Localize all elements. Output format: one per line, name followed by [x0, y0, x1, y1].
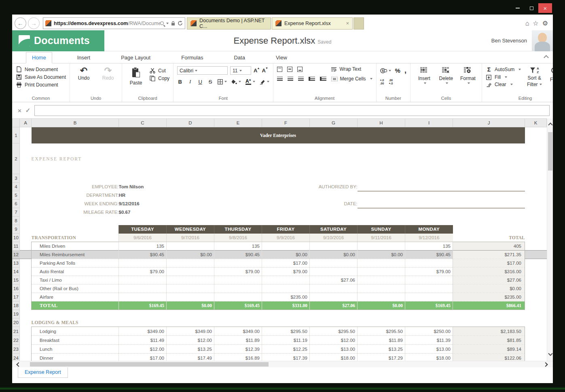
cell[interactable] — [167, 285, 214, 293]
cell[interactable]: MILEAGE RATE: — [32, 208, 119, 217]
cell[interactable]: 135 — [214, 242, 262, 251]
cell[interactable]: $295.50 — [262, 327, 310, 336]
cell[interactable]: $169.45 — [405, 301, 453, 310]
cell[interactable] — [262, 217, 310, 225]
cell[interactable] — [119, 174, 167, 183]
bold-button[interactable]: B — [177, 79, 183, 85]
cell[interactable] — [358, 191, 405, 200]
cell[interactable] — [167, 268, 214, 276]
cell[interactable] — [214, 208, 262, 217]
row-header-10[interactable]: 10 — [13, 234, 20, 242]
cell[interactable] — [310, 242, 358, 251]
confirm-entry-icon[interactable]: ✓ — [25, 107, 31, 114]
cell[interactable]: AUTHORIZED BY: — [214, 183, 358, 191]
cell[interactable] — [214, 259, 262, 268]
cell[interactable] — [20, 127, 32, 143]
align-bottom-icon[interactable] — [297, 67, 303, 72]
cell[interactable] — [525, 276, 547, 285]
cell[interactable]: 9/12/2016 — [119, 200, 214, 208]
align-right-icon[interactable] — [298, 77, 304, 81]
cell[interactable]: $11.19 — [262, 336, 310, 345]
decrease-indent-icon[interactable] — [309, 77, 315, 81]
cell[interactable]: Dinner — [32, 354, 119, 361]
cell[interactable]: $17.00 — [262, 259, 310, 268]
row-header-2[interactable]: 2 — [13, 143, 20, 174]
sheet-tab-expense-report[interactable]: Expense Report — [18, 367, 68, 378]
cell[interactable] — [214, 276, 262, 285]
cell[interactable]: $11.89 — [358, 336, 405, 345]
cell[interactable] — [262, 285, 310, 293]
print-document-button[interactable]: Print Document — [16, 82, 66, 88]
cell[interactable]: Parking And Tolls — [32, 259, 119, 268]
new-document-button[interactable]: New Document — [16, 66, 66, 72]
cell[interactable]: Airfare — [32, 293, 119, 301]
column-header-H[interactable]: H — [358, 119, 405, 127]
cell[interactable]: $12.00 — [119, 345, 167, 354]
cell[interactable]: 9/6/2016 — [119, 234, 167, 242]
cell[interactable] — [20, 143, 32, 174]
vertical-scroll-thumb[interactable] — [548, 132, 552, 171]
cell[interactable]: SUNDAY — [358, 225, 405, 234]
cell[interactable] — [119, 318, 167, 327]
cell[interactable]: $295.50 — [358, 327, 405, 336]
tab-insert[interactable]: Insert — [72, 53, 96, 63]
accounting-format-button[interactable]: $ — [380, 68, 391, 74]
cell[interactable]: $12.00 — [310, 336, 358, 345]
cell[interactable] — [525, 208, 547, 217]
cell[interactable] — [20, 217, 32, 225]
merge-cells-button[interactable]: Merge Cells — [331, 76, 372, 82]
cell[interactable] — [453, 208, 525, 217]
tab-view[interactable]: View — [270, 53, 293, 63]
cell[interactable] — [214, 217, 262, 225]
cell[interactable]: HR — [119, 191, 214, 200]
cell[interactable] — [525, 183, 547, 191]
row-header-7[interactable]: 7 — [13, 208, 20, 217]
cell[interactable]: TOTAL — [453, 234, 525, 242]
cell[interactable] — [453, 318, 525, 327]
cell[interactable]: FRIDAY — [262, 225, 310, 234]
cell[interactable]: 135 — [405, 242, 453, 251]
cell[interactable] — [453, 225, 525, 234]
row-header-6[interactable]: 6 — [13, 200, 20, 208]
cell[interactable] — [119, 310, 167, 318]
cell[interactable]: $349.00 — [214, 327, 262, 336]
row-header-18[interactable]: 18 — [13, 301, 20, 310]
cell[interactable]: $235.00 — [453, 293, 525, 301]
borders-button[interactable] — [218, 79, 227, 84]
cell[interactable] — [167, 310, 214, 318]
cell[interactable] — [525, 251, 547, 259]
cell[interactable]: THURSDAY — [214, 225, 262, 234]
cell[interactable] — [310, 268, 358, 276]
cell[interactable]: $169.45 — [214, 301, 262, 310]
cell[interactable] — [405, 318, 453, 327]
scroll-up-icon[interactable] — [548, 122, 552, 127]
cell[interactable]: WEDNESDAY — [167, 225, 214, 234]
cell[interactable]: $11.49 — [119, 336, 167, 345]
cell[interactable]: $316.00 — [453, 268, 525, 276]
cell[interactable] — [358, 208, 405, 217]
cell[interactable]: $0.00 — [358, 251, 405, 259]
clear-button[interactable]: Clear — [486, 82, 521, 87]
cell[interactable] — [405, 276, 453, 285]
font-size-select[interactable]: 11 — [230, 66, 251, 75]
cell[interactable] — [525, 242, 547, 251]
cell[interactable]: $17.49 — [167, 354, 214, 361]
cell[interactable] — [525, 225, 547, 234]
cell[interactable] — [453, 217, 525, 225]
browser-tab-expense-report[interactable]: Expense Report.xlsx × — [272, 17, 353, 30]
row-header-9[interactable]: 9 — [13, 225, 20, 234]
cell[interactable] — [119, 276, 167, 285]
avatar[interactable] — [532, 30, 553, 51]
cancel-entry-icon[interactable]: × — [18, 107, 21, 114]
cell[interactable] — [310, 191, 358, 200]
cell[interactable] — [358, 200, 525, 208]
cell[interactable] — [20, 191, 32, 200]
row-header-19[interactable]: 19 — [13, 310, 20, 318]
cell[interactable]: $11.89 — [214, 336, 262, 345]
cell[interactable] — [20, 285, 32, 293]
cell[interactable]: LODGING & MEALS — [32, 318, 119, 327]
cell[interactable] — [20, 234, 32, 242]
cell[interactable] — [405, 285, 453, 293]
cell[interactable]: 9/11/2016 — [358, 234, 405, 242]
scroll-right-icon[interactable] — [543, 362, 548, 367]
